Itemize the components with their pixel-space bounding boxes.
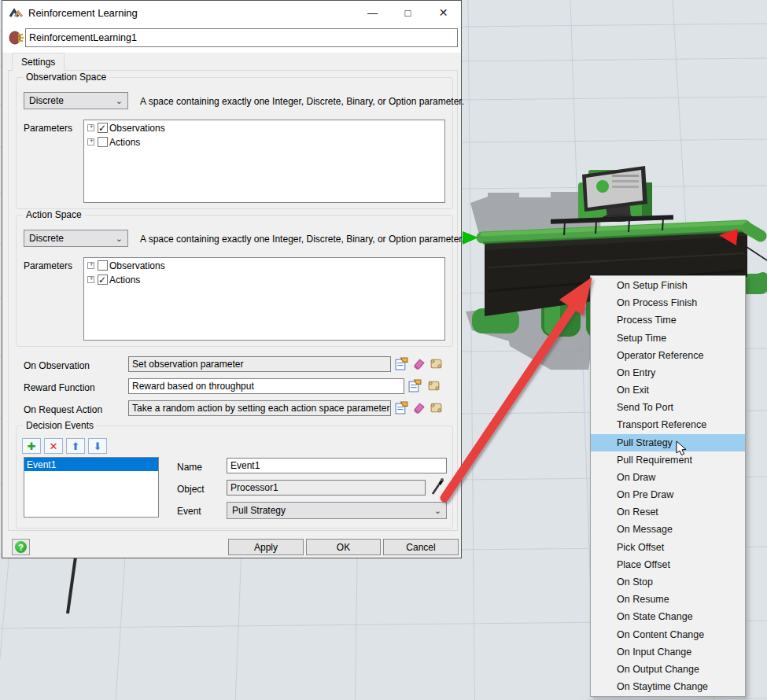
apply-button[interactable]: Apply: [228, 539, 304, 555]
tree-item-label: Observations: [109, 123, 165, 134]
edit-code-icon[interactable]: [408, 379, 422, 392]
reward-function-field[interactable]: Reward based on throughput: [128, 378, 404, 394]
tree-expand-icon[interactable]: [87, 262, 94, 269]
ok-button[interactable]: OK: [306, 539, 381, 555]
tree-item-observations[interactable]: Observations: [87, 121, 444, 134]
reward-function-label: Reward Function: [24, 382, 95, 393]
tree-expand-icon[interactable]: [87, 138, 94, 146]
code-template-icon[interactable]: [430, 401, 443, 414]
screenshot-root: Reinforcement Learning — □ ✕ Reinforceme…: [0, 0, 767, 700]
action-parameters-tree[interactable]: Observations Actions: [83, 257, 445, 341]
observation-space-type-value: Discrete: [29, 95, 64, 106]
menu-item-on-exit[interactable]: On Exit: [591, 381, 745, 399]
event-type-value: Pull Strategy: [232, 505, 286, 516]
menu-item-on-stop[interactable]: On Stop: [591, 573, 745, 591]
event-name-input[interactable]: Event1: [227, 458, 447, 473]
menu-item-on-input-change[interactable]: On Input Change: [591, 643, 745, 661]
observation-space-description: A space containing exactly one Integer, …: [140, 96, 464, 107]
maximize-button[interactable]: □: [390, 1, 426, 24]
menu-item-operator-reference[interactable]: Operator Reference: [591, 347, 745, 364]
event-picker-context-menu: On Setup FinishOn Process FinishProcess …: [590, 275, 746, 697]
menu-item-on-output-change[interactable]: On Output Change: [591, 661, 745, 678]
flexsim-logo-icon: [9, 7, 23, 19]
action-space-type-combo[interactable]: Discrete ⌄: [24, 230, 128, 247]
menu-item-send-to-port[interactable]: Send To Port: [591, 399, 745, 416]
tree-item-actions[interactable]: Actions: [87, 273, 444, 286]
edit-code-icon[interactable]: [395, 357, 408, 370]
menu-item-place-offset[interactable]: Place Offset: [591, 556, 745, 573]
menu-item-on-entry[interactable]: On Entry: [591, 364, 745, 381]
event-name-label: Name: [177, 462, 202, 473]
cancel-button[interactable]: Cancel: [383, 539, 459, 555]
observation-space-label: Observation Space: [23, 72, 109, 83]
action-space-description: A space containing exactly one Integer, …: [140, 234, 464, 245]
tree-expand-icon[interactable]: [87, 276, 94, 283]
code-template-icon[interactable]: [430, 357, 443, 370]
decision-events-label: Decision Events: [23, 420, 97, 431]
menu-item-on-message[interactable]: On Message: [591, 521, 745, 538]
event-object-label: Object: [177, 484, 205, 495]
window-title: Reinforcement Learning: [28, 7, 138, 19]
move-up-button[interactable]: ⬆: [66, 438, 85, 454]
delete-event-button[interactable]: ✕: [44, 438, 63, 454]
object-name-input[interactable]: ReinforcementLearning1: [25, 28, 458, 47]
actions-checkbox[interactable]: [98, 274, 108, 285]
menu-item-transport-reference[interactable]: Transport Reference: [591, 416, 745, 433]
menu-item-on-state-change[interactable]: On State Change: [591, 608, 745, 625]
tree-item-actions[interactable]: Actions: [87, 135, 444, 149]
sampler-eyedropper-icon[interactable]: [430, 477, 445, 497]
tab-settings[interactable]: Settings: [12, 53, 65, 71]
observation-parameters-tree[interactable]: Observations Actions: [83, 120, 445, 203]
add-event-button[interactable]: ✚: [22, 438, 41, 454]
menu-item-pick-offset[interactable]: Pick Offset: [591, 539, 745, 556]
menu-item-pull-strategy[interactable]: Pull Strategy: [591, 434, 745, 451]
decision-events-list[interactable]: Event1: [24, 457, 159, 518]
menu-item-setup-time[interactable]: Setup Time: [591, 330, 745, 347]
tree-item-label: Actions: [109, 274, 140, 286]
menu-item-process-time[interactable]: Process Time: [591, 311, 745, 329]
on-request-action-label: On Request Action: [24, 404, 102, 415]
eraser-icon[interactable]: [412, 401, 426, 414]
menu-item-on-content-change[interactable]: On Content Change: [591, 625, 745, 643]
menu-item-on-resume[interactable]: On Resume: [591, 591, 745, 608]
action-space-type-value: Discrete: [29, 233, 64, 244]
tree-item-label: Actions: [109, 137, 140, 148]
titlebar[interactable]: Reinforcement Learning — □ ✕: [2, 1, 461, 24]
event-list-item[interactable]: Event1: [24, 458, 158, 471]
menu-item-on-staytime-change[interactable]: On Staytime Change: [591, 678, 745, 695]
menu-item-on-pre-draw[interactable]: On Pre Draw: [591, 486, 745, 503]
event-type-label: Event: [177, 506, 201, 517]
observation-space-type-combo[interactable]: Discrete ⌄: [24, 92, 128, 109]
event-type-combo[interactable]: Pull Strategy ⌄: [227, 502, 447, 519]
chevron-down-icon: ⌄: [116, 96, 123, 106]
close-button[interactable]: ✕: [426, 1, 461, 24]
menu-item-on-reset[interactable]: On Reset: [591, 503, 745, 521]
tree-item-label: Observations: [109, 260, 165, 271]
input-connection-line: [68, 557, 76, 613]
move-down-button[interactable]: ⬇: [88, 438, 107, 454]
menu-item-pull-requirement[interactable]: Pull Requirement: [591, 451, 745, 469]
chevron-down-icon: ⌄: [434, 506, 441, 516]
reinforcement-learning-icon: [9, 28, 24, 48]
eraser-icon[interactable]: [412, 357, 426, 370]
menu-item-on-setup-finish[interactable]: On Setup Finish: [591, 277, 745, 294]
menu-item-on-draw[interactable]: On Draw: [591, 469, 745, 486]
on-observation-field[interactable]: Set observation parameter: [128, 356, 391, 372]
menu-item-on-process-finish[interactable]: On Process Finish: [591, 294, 745, 311]
event-object-field[interactable]: Processor1: [227, 480, 426, 496]
reinforcement-learning-dialog: Reinforcement Learning — □ ✕ Reinforceme…: [2, 0, 462, 558]
on-request-action-field[interactable]: Take a random action by setting each act…: [128, 400, 391, 416]
action-space-label: Action Space: [23, 209, 85, 220]
help-button[interactable]: ?: [12, 539, 30, 555]
action-parameters-label: Parameters: [24, 260, 72, 271]
code-template-icon[interactable]: [427, 379, 441, 392]
minimize-button[interactable]: —: [355, 1, 390, 24]
observations-checkbox[interactable]: [98, 260, 108, 271]
chevron-down-icon: ⌄: [116, 234, 123, 244]
tree-expand-icon[interactable]: [87, 124, 94, 131]
observation-parameters-label: Parameters: [24, 123, 72, 134]
actions-checkbox[interactable]: [98, 137, 108, 147]
observations-checkbox[interactable]: [98, 123, 108, 133]
edit-code-icon[interactable]: [395, 401, 408, 414]
tree-item-observations[interactable]: Observations: [87, 259, 444, 272]
